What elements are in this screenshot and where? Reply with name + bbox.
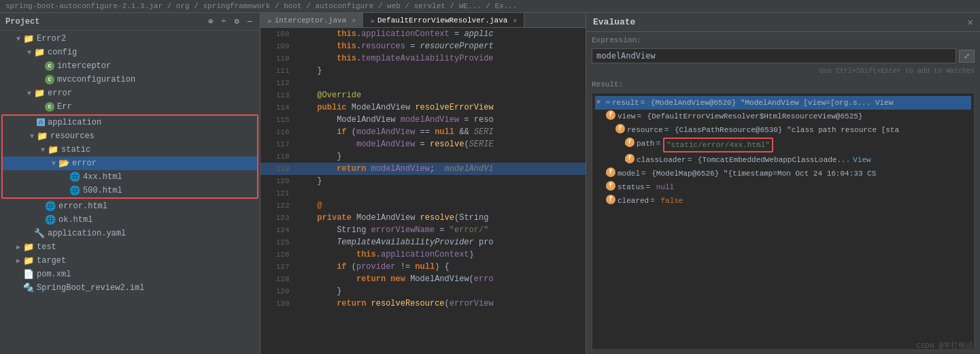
code-line: 120 } [260, 175, 586, 187]
tree-item-pom[interactable]: 📄 pom.xml [0, 268, 260, 281]
tree-item-error-pkg[interactable]: ▼ 📁 error [0, 86, 260, 100]
iml-icon: 🔩 [23, 283, 34, 293]
tab-close-button[interactable]: ✕ [513, 16, 517, 25]
folder-icon: 📁 [34, 47, 45, 58]
tree-label: mvcconfiguration [57, 75, 135, 84]
code-line: 109 this.resources = resourcePropert [260, 40, 586, 52]
tree-item-500[interactable]: 🌐 500.html [3, 184, 257, 197]
result-item-model[interactable]: ▶ f model = {ModelMap@6526} "{timestamp=… [595, 167, 971, 180]
code-line-highlighted: 119 return modelAndView; modelAndVi [260, 163, 586, 175]
tab-interceptor[interactable]: ☕ interceptor.java ✕ [260, 13, 363, 27]
tree-item-config[interactable]: ▼ 📁 config [0, 46, 260, 59]
code-line: 128 return new ModelAndView(erro [260, 273, 586, 285]
view-link[interactable]: View [853, 154, 871, 166]
tree-item-4xx[interactable]: 🌐 4xx.html [3, 170, 257, 184]
line-code: if (provider != null) { [295, 261, 586, 273]
tree-label: 500.html [83, 186, 122, 195]
html-icon: 🌐 [69, 172, 80, 182]
tab-defaulterror[interactable]: ☕ DefaultErrorViewResolver.java ✕ [363, 13, 524, 27]
tree-label: target [37, 256, 66, 266]
code-line: 112 [260, 77, 586, 89]
folder-icon: 📁 [48, 144, 58, 155]
result-item-view[interactable]: ▼ f view = {DefaultErrorViewResolver$Htm… [595, 110, 971, 123]
line-number: 120 [260, 175, 295, 187]
field-icon: f [625, 138, 635, 147]
expand-arrow: ▼ [596, 124, 615, 136]
result-label: Result: [592, 80, 975, 88]
result-item-path[interactable]: ▶ f path = "static/error/4xx.html" [595, 137, 971, 153]
tree-item-application-yaml[interactable]: 🔧 application.yaml [0, 227, 260, 240]
line-code [295, 187, 586, 199]
tree-item-iml[interactable]: 🔩 SpringBoot_review2.iml [0, 281, 260, 295]
panel-title: Project [5, 17, 202, 27]
tree-item-error-html[interactable]: 🌐 error.html [0, 199, 260, 213]
line-code: if (modelAndView == null && SERI [295, 126, 586, 138]
code-line: 123 private ModelAndView resolve(String [260, 212, 586, 224]
tree-label: config [48, 48, 77, 57]
tree-label: resources [50, 131, 95, 141]
line-code: return modelAndView; modelAndVi [295, 163, 586, 175]
code-line: 116 if (modelAndView == null && SERI [260, 126, 586, 138]
line-code: TemplateAvailabilityProvider pro [295, 236, 586, 248]
expand-arrow: ▼ [27, 133, 37, 140]
folder-icon: 📁 [34, 88, 45, 99]
tree-item-mvcconfiguration[interactable]: c mvcconfiguration [0, 73, 260, 86]
panel-icon-minimize[interactable]: — [246, 16, 254, 27]
java-file-icon: ☕ [370, 16, 375, 25]
folder-icon: 📁 [23, 33, 34, 44]
line-number: 123 [260, 212, 295, 224]
folder-icon: 📁 [23, 255, 34, 266]
code-line: 111 } [260, 65, 586, 77]
tree-item-error2[interactable]: ▼ 📁 Error2 [0, 32, 260, 46]
expand-arrow: ▼ [38, 146, 48, 154]
tree-label: error.html [58, 202, 107, 211]
panel-icon-add[interactable]: ⊕ [206, 16, 215, 27]
tree-item-error-folder[interactable]: ▼ 📂 error [3, 157, 257, 170]
result-item-status[interactable]: f status = null [595, 180, 971, 194]
panel-icon-split[interactable]: ÷ [219, 16, 228, 27]
expand-arrow: ▶ [14, 257, 23, 265]
line-number: 129 [260, 285, 295, 297]
app-icon: 🅰 [37, 118, 45, 128]
panel-icon-gear[interactable]: ⚙ [233, 16, 241, 27]
code-line: 125 TemplateAvailabilityProvider pro [260, 236, 586, 248]
tree-item-static[interactable]: ▼ 📁 static [3, 143, 257, 157]
result-item-resource[interactable]: ▼ f resource = {ClassPathResource@6530} … [595, 123, 971, 137]
line-code: private ModelAndView resolve(String [295, 212, 586, 224]
result-item-cleared[interactable]: f cleared = false [595, 194, 971, 208]
java-class-icon: c [45, 75, 54, 84]
line-number: 112 [260, 77, 295, 89]
tree-item-ok-html[interactable]: 🌐 ok.html [0, 213, 260, 227]
line-number: 124 [260, 224, 295, 236]
java-file-icon: ☕ [267, 16, 272, 25]
expand-arrow: ▶ [596, 167, 606, 180]
code-line: 130 return resolveResource(errorView [260, 297, 586, 310]
code-line: 122 @ [260, 199, 586, 212]
result-tree: ▼ ∞ result = {ModelAndView@6520} "ModelA… [592, 93, 975, 350]
line-code: public ModelAndView resolveErrorView [295, 101, 586, 114]
line-code: return new ModelAndView(erro [295, 273, 586, 285]
tree-label: test [37, 242, 56, 252]
tree-item-test[interactable]: ▶ 📁 test [0, 240, 260, 254]
folder-icon: 📁 [23, 242, 34, 253]
line-code: this.templateAvailabilityProvide [295, 52, 586, 65]
code-line: 117 modelAndView = resolve(SERIE [260, 138, 586, 150]
tree-item-target[interactable]: ▶ 📁 target [0, 254, 260, 268]
result-item-root[interactable]: ▼ ∞ result = {ModelAndView@6520} "ModelA… [595, 96, 971, 110]
tree-item-interceptor[interactable]: c interceptor [0, 59, 260, 73]
field-icon: f [606, 181, 615, 191]
tab-close-button[interactable]: ✕ [352, 16, 356, 25]
expand-button[interactable]: ⤢ [959, 50, 975, 63]
expression-input-row: ⤢ [592, 48, 975, 63]
expression-input[interactable] [592, 48, 956, 63]
evaluate-close-button[interactable]: ✕ [968, 16, 973, 28]
tree-item-err[interactable]: c Err [0, 100, 260, 114]
line-number: 127 [260, 261, 295, 273]
path-value-highlight: "static/error/4xx.html" [663, 138, 773, 152]
result-item-classloader[interactable]: ▶ f classLoader = {TomcatEmbeddedWebappC… [595, 153, 971, 167]
code-content[interactable]: 108 this.applicationContext = applic 109… [260, 28, 586, 354]
code-line: 115 ModelAndView modelAndView = reso [260, 114, 586, 126]
line-code [295, 77, 586, 89]
tree-item-resources[interactable]: ▼ 📁 resources [3, 129, 257, 143]
tree-item-application[interactable]: 🅰 application [3, 116, 257, 129]
